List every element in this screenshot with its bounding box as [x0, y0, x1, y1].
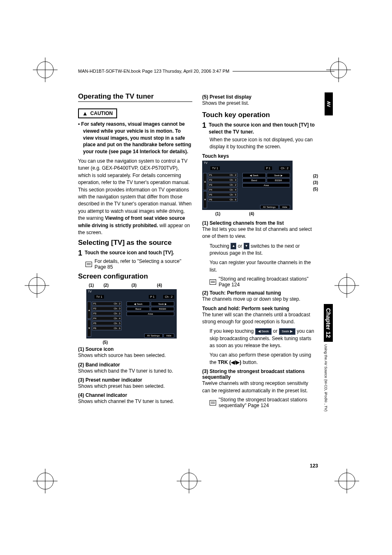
- item-text: Shows which channel the TV tuner is tune…: [78, 398, 192, 405]
- sec2b-text: The tuner will scan the channels until a…: [202, 311, 316, 326]
- body-text: You can use the navigation system to con…: [78, 158, 192, 236]
- sec1-heading: (1) Selecting channels from the list: [202, 220, 316, 226]
- figure-labels-right: (2) (3) (5): [313, 173, 318, 193]
- page-ref-icon: [85, 262, 92, 267]
- caution-text: • For safety reasons, visual images cann…: [78, 121, 192, 155]
- figure-labels-bottom: (1) (4): [202, 212, 305, 216]
- crop-mark: [334, 273, 359, 298]
- sec2b-trk: You can also perform these operation by …: [202, 352, 316, 366]
- page-up-icon: ▲: [231, 243, 236, 249]
- warning-icon: ▲: [82, 110, 88, 117]
- touch-keys-figure: TV TV 1 P 1 Ch : 2 ▲▼ P1Ch : 2P2Ch : 3P3…: [202, 161, 305, 216]
- heading-operating-tv-tuner: Operating the TV tuner: [78, 92, 192, 102]
- figure-labels-top: (1) (2) (3) (4): [86, 283, 193, 288]
- seek-left-button-icon: ◀ Seek: [255, 328, 272, 335]
- item-5-text: Shows the preset list.: [202, 100, 316, 107]
- crop-mark: [33, 469, 58, 493]
- sec2b-keep: If you keep touching ◀ Seek or Seek ▶ yo…: [202, 328, 316, 349]
- touch-keys-label: Touch keys: [202, 153, 316, 159]
- page-ref-icon: [210, 400, 216, 405]
- heading-screen-config: Screen configuration: [78, 272, 192, 281]
- heading-touch-key-operation: Touch key operation: [202, 111, 316, 119]
- item-text: Shows which band the TV tuner is tuned t…: [78, 368, 192, 375]
- reference-link: "Storing and recalling broadcast station…: [202, 276, 316, 288]
- figure-label-bottom: (5): [86, 340, 193, 345]
- chapter-tab: Chapter 12 Using the AV Source (M-CD, iP…: [324, 304, 333, 412]
- step-1: 1 Touch the source icon and touch [TV].: [78, 249, 192, 257]
- sec3-text: Twelve channels with strong reception se…: [202, 380, 316, 394]
- item-heading: (4) Channel indicator: [78, 392, 192, 398]
- sec1-touching: Touching ▲ or ▼ switches to the next or …: [202, 243, 316, 257]
- page-down-icon: ▼: [244, 243, 249, 249]
- tv-screen-mock: TV TV 1 P 1 Ch : 2 ▲▼ P1Ch : 2P2Ch : 3P3…: [86, 289, 177, 339]
- item-heading: (1) Source icon: [78, 346, 192, 352]
- caution-label: CAUTION: [90, 111, 113, 116]
- header-text: MAN-HD1BT-SOFTW-EN.book Page 123 Thursda…: [78, 69, 229, 74]
- tv-screen-mock: TV TV 1 P 1 Ch : 2 ▲▼ P1Ch : 2P2Ch : 3P3…: [202, 161, 293, 210]
- item-text: Shows which source has been selected.: [78, 352, 192, 359]
- item-heading: (3) Preset number indicator: [78, 377, 192, 383]
- crop-mark: [177, 469, 201, 493]
- sec2b-heading: Touch and hold: Perform seek tuning: [202, 306, 316, 311]
- crop-mark: [334, 469, 359, 493]
- page-ref-icon: [210, 279, 216, 285]
- reference-link: For details, refer to "Selecting a sourc…: [78, 258, 192, 270]
- seek-right-button-icon: Seek ▶: [279, 328, 295, 335]
- caution-box: ▲ CAUTION: [78, 108, 117, 118]
- crop-mark: [25, 273, 49, 298]
- sec3-heading: (3) Storing the strongest broadcast stat…: [202, 368, 316, 380]
- sec1-text: The list lets you see the list of channe…: [202, 226, 316, 240]
- reference-link: "Storing the strongest broadcast station…: [202, 397, 316, 408]
- side-tab-av: AV: [325, 92, 333, 115]
- item-text: Shows which preset has been selected.: [78, 383, 192, 390]
- item-5-heading: (5) Preset list display: [202, 94, 316, 100]
- screen-config-figure: (1) (2) (3) (4) TV TV 1 P 1 Ch : 2 ▲▼ P1…: [86, 283, 193, 345]
- sec2-text: The channels move up or down step by ste…: [202, 296, 316, 303]
- page-number: 123: [310, 463, 318, 469]
- sec2-heading: (2) Touch: Perform manual tuning: [202, 290, 316, 296]
- sec1-register: You can register your favourite channels…: [202, 259, 316, 274]
- right-column: (5) Preset list display Shows the preset…: [202, 92, 316, 411]
- left-column: Operating the TV tuner ▲ CAUTION • For s…: [78, 92, 192, 411]
- heading-selecting-tv: Selecting [TV] as the source: [78, 239, 192, 247]
- page-header: MAN-HD1BT-SOFTW-EN.book Page 123 Thursda…: [78, 69, 334, 74]
- crop-mark: [33, 58, 58, 82]
- step-1-sub: When the source icon is not displayed, y…: [202, 136, 316, 151]
- item-heading: (2) Band indicator: [78, 362, 192, 368]
- step-1-right: 1 Touch the source icon and then touch […: [202, 122, 316, 136]
